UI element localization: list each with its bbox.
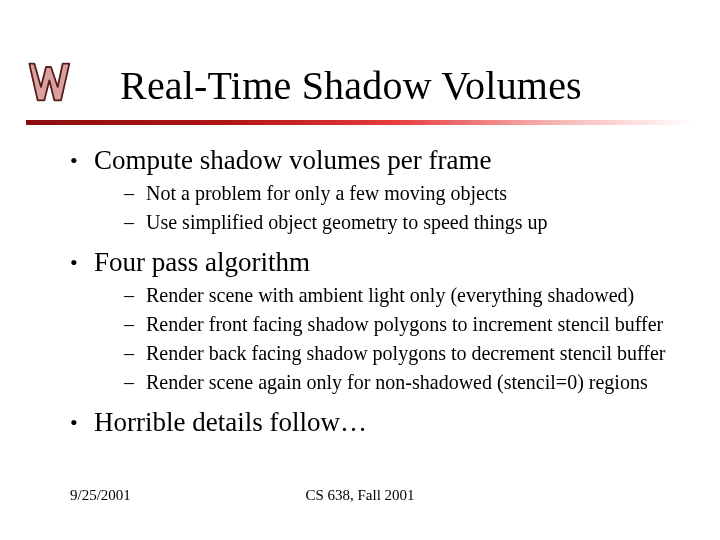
sub-bullet-item: Render scene with ambient light only (ev… xyxy=(122,282,670,309)
bullet-text: Four pass algorithm xyxy=(94,247,310,277)
sub-bullet-item: Render back facing shadow polygons to de… xyxy=(122,340,670,367)
slide-title: Real-Time Shadow Volumes xyxy=(120,62,680,109)
bullet-text: Horrible details follow… xyxy=(94,407,367,437)
sub-bullet-item: Not a problem for only a few moving obje… xyxy=(122,180,670,207)
bullet-item: Compute shadow volumes per frame Not a p… xyxy=(64,144,670,236)
bullet-text: Compute shadow volumes per frame xyxy=(94,145,491,175)
footer-course: CS 638, Fall 2001 xyxy=(0,487,720,504)
slide: Real-Time Shadow Volumes Compute shadow … xyxy=(0,0,720,540)
sub-bullet-item: Render front facing shadow polygons to i… xyxy=(122,311,670,338)
bullet-item: Four pass algorithm Render scene with am… xyxy=(64,246,670,396)
bullet-item: Horrible details follow… xyxy=(64,406,670,440)
sub-bullet-item: Use simplified object geometry to speed … xyxy=(122,209,670,236)
slide-body: Compute shadow volumes per frame Not a p… xyxy=(64,140,670,443)
sub-bullet-item: Render scene again only for non-shadowed… xyxy=(122,369,670,396)
wisconsin-w-logo xyxy=(26,58,76,106)
title-divider xyxy=(26,120,694,125)
